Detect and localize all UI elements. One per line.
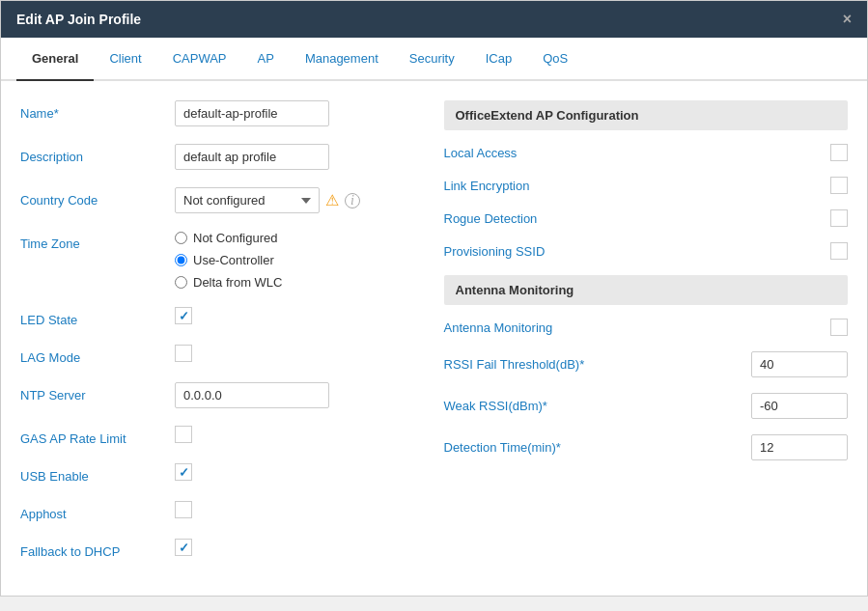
modal-body: Name* Description Country Code Not con — [1, 81, 867, 596]
tab-capwap[interactable]: CAPWAP — [157, 38, 242, 81]
weak-rssi-input[interactable] — [751, 393, 848, 419]
close-button[interactable]: × — [843, 11, 852, 28]
rogue-detection-checkbox[interactable] — [830, 209, 848, 227]
detection-time-input[interactable] — [751, 434, 848, 460]
timezone-not-configured[interactable]: Not Configured — [175, 231, 282, 245]
antenna-monitoring-checkbox[interactable] — [830, 319, 848, 336]
usb-enable-checkbox[interactable] — [175, 463, 192, 481]
warning-icon: ⚠ — [325, 191, 339, 209]
usb-enable-row: USB Enable — [20, 463, 425, 484]
rogue-detection-row: Rogue Detection — [444, 209, 849, 227]
name-row: Name* — [20, 100, 425, 126]
weak-rssi-label: Weak RSSI(dBm)* — [444, 399, 752, 413]
right-panel: OfficeExtend AP Configuration Local Acce… — [444, 100, 849, 576]
gas-ap-rate-row: GAS AP Rate Limit — [20, 426, 425, 446]
fallback-dhcp-checkbox[interactable] — [175, 539, 192, 556]
tab-icap[interactable]: ICap — [470, 38, 527, 81]
description-label: Description — [20, 144, 175, 164]
rssi-fail-input[interactable] — [751, 351, 848, 377]
gas-ap-rate-checkbox[interactable] — [175, 426, 192, 443]
tab-ap[interactable]: AP — [242, 38, 290, 81]
local-access-label: Local Access — [444, 146, 831, 160]
tab-general[interactable]: General — [16, 38, 94, 81]
apphost-label: Apphost — [20, 501, 175, 521]
led-state-row: LED State — [20, 307, 425, 327]
apphost-checkbox[interactable] — [175, 501, 192, 518]
timezone-delta-wlc[interactable]: Delta from WLC — [175, 275, 282, 290]
name-input[interactable] — [175, 100, 329, 126]
modal-title: Edit AP Join Profile — [16, 12, 141, 27]
fallback-dhcp-row: Fallback to DHCP — [20, 539, 425, 559]
led-state-label: LED State — [20, 307, 175, 327]
fallback-dhcp-label: Fallback to DHCP — [20, 539, 175, 559]
timezone-use-controller[interactable]: Use-Controller — [175, 253, 282, 267]
time-zone-radio-group: Not Configured Use-Controller Delta from… — [175, 231, 282, 290]
local-access-row: Local Access — [444, 144, 849, 161]
tab-security[interactable]: Security — [394, 38, 470, 81]
time-zone-row: Time Zone Not Configured Use-Controller — [20, 231, 425, 290]
tab-bar: General Client CAPWAP AP Management Secu… — [1, 38, 867, 81]
detection-time-row: Detection Time(min)* — [444, 434, 849, 460]
provisioning-ssid-label: Provisioning SSID — [444, 244, 831, 259]
country-code-select[interactable]: Not configured — [175, 187, 320, 213]
ntp-server-input[interactable] — [175, 382, 329, 408]
antenna-monitoring-row: Antenna Monitoring — [444, 319, 849, 336]
time-zone-label: Time Zone — [20, 231, 175, 251]
apphost-row: Apphost — [20, 501, 425, 521]
lag-mode-checkbox[interactable] — [175, 345, 192, 362]
ntp-server-label: NTP Server — [20, 382, 175, 403]
tab-management[interactable]: Management — [290, 38, 394, 81]
detection-time-label: Detection Time(min)* — [444, 440, 752, 455]
rssi-fail-row: RSSI Fail Threshold(dB)* — [444, 351, 849, 377]
antenna-monitoring-label: Antenna Monitoring — [444, 320, 831, 335]
tab-qos[interactable]: QoS — [527, 38, 583, 81]
timezone-not-configured-radio[interactable] — [175, 232, 187, 244]
timezone-not-configured-label: Not Configured — [193, 231, 277, 245]
country-code-row: Country Code Not configured ⚠ i — [20, 187, 425, 213]
description-input[interactable] — [175, 144, 329, 170]
rssi-fail-label: RSSI Fail Threshold(dB)* — [444, 357, 752, 372]
modal-header: Edit AP Join Profile × — [1, 1, 867, 38]
ntp-server-row: NTP Server — [20, 382, 425, 408]
link-encryption-label: Link Encryption — [444, 179, 831, 193]
gas-ap-rate-label: GAS AP Rate Limit — [20, 426, 175, 446]
weak-rssi-row: Weak RSSI(dBm)* — [444, 393, 849, 419]
tab-client[interactable]: Client — [94, 38, 156, 81]
rogue-detection-label: Rogue Detection — [444, 211, 831, 226]
local-access-checkbox[interactable] — [830, 144, 848, 161]
country-code-label: Country Code — [20, 187, 175, 208]
link-encryption-checkbox[interactable] — [830, 177, 848, 194]
usb-enable-label: USB Enable — [20, 463, 175, 484]
link-encryption-row: Link Encryption — [444, 177, 849, 194]
name-label: Name* — [20, 100, 175, 121]
timezone-delta-wlc-label: Delta from WLC — [193, 275, 282, 290]
antenna-monitoring-header: Antenna Monitoring — [444, 275, 849, 305]
timezone-use-controller-label: Use-Controller — [193, 253, 274, 267]
timezone-delta-wlc-radio[interactable] — [175, 276, 187, 289]
provisioning-ssid-checkbox[interactable] — [830, 242, 848, 260]
description-row: Description — [20, 144, 425, 170]
lag-mode-row: LAG Mode — [20, 345, 425, 365]
left-panel: Name* Description Country Code Not con — [20, 100, 425, 576]
officeextend-header: OfficeExtend AP Configuration — [444, 100, 849, 130]
timezone-use-controller-radio[interactable] — [175, 254, 187, 266]
info-icon[interactable]: i — [345, 193, 360, 208]
led-state-checkbox[interactable] — [175, 307, 192, 324]
lag-mode-label: LAG Mode — [20, 345, 175, 365]
provisioning-ssid-row: Provisioning SSID — [444, 242, 849, 260]
country-code-wrapper: Not configured ⚠ i — [175, 187, 360, 213]
